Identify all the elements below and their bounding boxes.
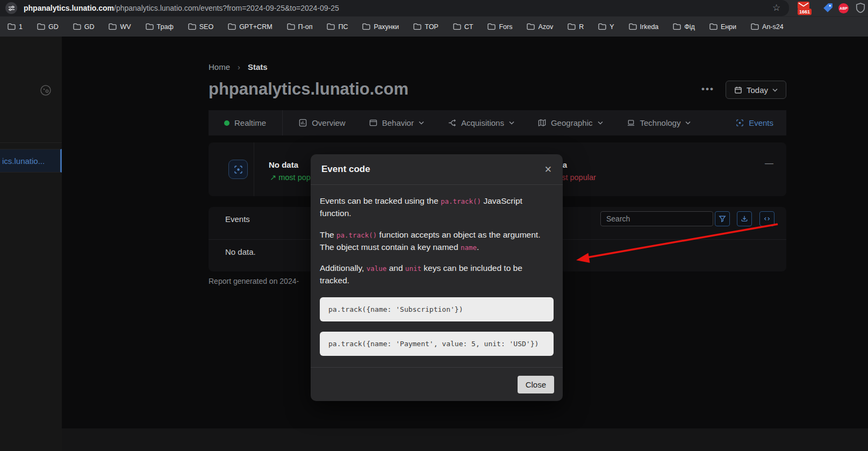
bookmark-item[interactable]: 1 [8, 23, 23, 31]
bookmark-item[interactable]: ПС [327, 23, 348, 31]
bookmark-item[interactable]: R [568, 23, 584, 31]
modal-code-blocks: pa.track({name: 'Subscription'})pa.track… [320, 297, 554, 356]
focus-icon [736, 119, 744, 127]
folder-icon [413, 23, 421, 30]
code-icon [763, 215, 771, 223]
filter-button[interactable] [715, 211, 730, 226]
adblock-extension-icon[interactable]: ABP [838, 3, 849, 13]
collapse-dash[interactable]: — [765, 159, 773, 168]
bookmark-item[interactable]: Траф [146, 23, 174, 31]
url-text[interactable]: phpanalytics.lunatio.com/phpanalytics.lu… [24, 4, 339, 12]
bookmark-item[interactable]: CT [453, 23, 474, 31]
inline-code: value [367, 264, 387, 273]
modal-paragraph: The pa.track() function accepts an objec… [320, 228, 554, 254]
avatar-placeholder-icon [40, 84, 52, 98]
bookmark-item[interactable]: GD [37, 23, 59, 31]
tab-realtime[interactable]: Realtime [224, 118, 266, 127]
folder-icon [568, 23, 576, 30]
stats-divider [254, 142, 254, 196]
bookmark-item[interactable]: SEO [188, 23, 213, 31]
bookmark-item[interactable]: Фід [673, 23, 695, 31]
folder-icon [487, 23, 496, 30]
laptop-icon [627, 119, 635, 127]
footer-band [62, 428, 868, 451]
bookmark-item[interactable]: WV [109, 23, 131, 31]
modal-paragraph: Additionally, value and unit keys can be… [320, 262, 554, 287]
window-icon [369, 119, 377, 127]
tab-overview[interactable]: Overview [299, 118, 346, 127]
page-title: phpanalytics.lunatio.com [209, 80, 408, 99]
sidebar: d ics.lunatio... [0, 37, 62, 451]
close-icon[interactable]: ✕ [544, 164, 552, 175]
map-icon [538, 119, 546, 127]
extension-badge: 1661 [798, 9, 812, 15]
address-bar[interactable]: phpanalytics.lunatio.com/phpanalytics.lu… [0, 0, 789, 16]
bookmark-item[interactable]: Y [598, 23, 614, 31]
bookmark-item[interactable]: Azov [527, 23, 553, 31]
events-empty-text: No data. [225, 247, 256, 256]
shield-extension-icon[interactable] [856, 3, 865, 16]
bookmark-item[interactable]: Енри [709, 23, 736, 31]
folder-icon [73, 23, 81, 30]
calendar-icon [734, 86, 742, 94]
event-code-modal: Event code ✕ Events can be tracked using… [311, 154, 563, 401]
tab-technology[interactable]: Technology [627, 118, 691, 127]
folder-icon [751, 23, 759, 30]
modal-footer: Close [311, 367, 563, 401]
folder-icon [673, 23, 681, 30]
tab-divider [282, 110, 283, 135]
filter-funnel-icon [719, 215, 726, 223]
folder-icon [362, 23, 370, 30]
folder-icon [453, 23, 461, 30]
site-settings-icon[interactable] [5, 2, 17, 14]
tab-acquisitions[interactable]: Acquisitions [448, 118, 514, 127]
bookmark-item[interactable]: Irkeda [629, 23, 659, 31]
bookmark-item[interactable]: Рахунки [362, 23, 399, 31]
folder-icon [188, 23, 196, 30]
folder-icon [709, 23, 718, 30]
tag-extension-icon[interactable] [823, 3, 833, 15]
bookmark-item[interactable]: TOP [413, 23, 438, 31]
code-snippet[interactable]: pa.track({name: 'Payment', value: 5, uni… [320, 332, 554, 356]
focus-icon [234, 165, 243, 174]
tab-geographic[interactable]: Geographic [538, 118, 603, 127]
trend-up-icon: ↗ [270, 173, 276, 182]
bookmark-item[interactable]: GD [73, 23, 95, 31]
close-button[interactable]: Close [518, 376, 554, 393]
sidebar-item-active-site[interactable]: ics.lunatio... [0, 149, 62, 173]
section-tabs: RealtimeOverviewBehaviorAcquisitionsGeog… [209, 110, 786, 135]
chevron-down-icon [509, 121, 514, 125]
realtime-dot-icon [224, 120, 229, 126]
modal-title: Event code [321, 164, 370, 175]
tab-behavior[interactable]: Behavior [369, 118, 424, 127]
bookmark-star-icon[interactable]: ☆ [772, 2, 780, 14]
folder-icon [327, 23, 335, 30]
breadcrumb-chevron-icon: › [238, 62, 240, 71]
tab-events[interactable]: Events [736, 118, 773, 127]
bookmarks-bar: 1GDGDWVТрафSEOGPT+CRMП-опПСРахункиTOPCTF… [0, 16, 868, 37]
download-button[interactable] [737, 211, 752, 226]
bookmark-item[interactable]: An-s24 [751, 23, 784, 31]
stat1-headline: No data [269, 160, 298, 169]
bookmark-item[interactable]: П-оп [287, 23, 313, 31]
report-note: Report generated on 2024- [209, 277, 299, 285]
focus-icon-button[interactable] [228, 160, 248, 179]
modal-body: Events can be tracked using the pa.track… [311, 185, 563, 356]
search-input[interactable] [600, 211, 713, 226]
code-button[interactable] [759, 211, 774, 226]
folder-icon [598, 23, 606, 30]
chevron-down-icon [772, 88, 778, 92]
bookmark-item[interactable]: GPT+CRM [228, 23, 272, 31]
folder-icon [37, 23, 45, 30]
code-snippet[interactable]: pa.track({name: 'Subscription'}) [320, 297, 554, 321]
inline-code: pa.track() [336, 231, 377, 239]
breadcrumb-home[interactable]: Home [209, 62, 230, 71]
chevron-down-icon [598, 121, 603, 125]
breadcrumb-current: Stats [248, 62, 268, 71]
sidebar-divider [0, 142, 62, 143]
bookmark-item[interactable]: Fors [487, 23, 512, 31]
more-options-button[interactable]: ••• [701, 84, 714, 95]
date-range-button[interactable]: Today [726, 81, 786, 99]
modal-header: Event code ✕ [311, 154, 563, 185]
inline-code: name [461, 244, 477, 252]
